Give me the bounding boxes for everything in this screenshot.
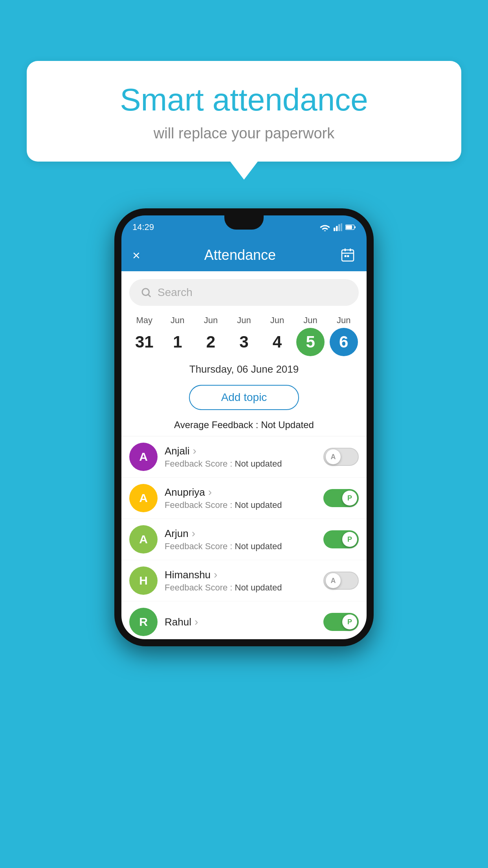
- student-feedback: Feedback Score : Not updated: [165, 500, 316, 510]
- student-avatar: H: [129, 566, 158, 595]
- student-avatar: A: [129, 484, 158, 512]
- bubble-title: Smart attendance: [50, 83, 438, 117]
- wifi-icon: [319, 223, 330, 231]
- student-item-0[interactable]: AAnjaliFeedback Score : Not updatedA: [121, 436, 367, 478]
- svg-line-14: [149, 295, 151, 297]
- bubble-subtitle: will replace your paperwork: [50, 125, 438, 142]
- page-title: Attendance: [204, 247, 276, 263]
- student-list: AAnjaliFeedback Score : Not updatedAAAnu…: [121, 436, 367, 601]
- search-bar[interactable]: Search: [129, 279, 359, 306]
- student-feedback: Feedback Score : Not updated: [165, 583, 316, 593]
- svg-rect-11: [345, 255, 347, 257]
- student-avatar: A: [129, 525, 158, 554]
- attendance-toggle[interactable]: P: [323, 489, 359, 507]
- attendance-toggle[interactable]: A: [323, 572, 359, 590]
- date-col-6[interactable]: Jun6: [328, 315, 360, 356]
- student-item-3[interactable]: HHimanshuFeedback Score : Not updatedA: [121, 560, 367, 601]
- attendance-toggle[interactable]: A: [323, 448, 359, 466]
- student-name[interactable]: Arjun: [165, 527, 316, 540]
- selected-date-info: Thursday, 06 June 2019: [121, 356, 367, 379]
- calendar-icon[interactable]: [340, 247, 356, 263]
- svg-rect-3: [341, 223, 342, 231]
- svg-rect-2: [338, 224, 340, 231]
- date-col-0[interactable]: May31: [128, 315, 160, 356]
- svg-rect-6: [354, 226, 356, 228]
- app-content: Search May31Jun1Jun2Jun3Jun4Jun5Jun6 Thu…: [121, 271, 367, 639]
- battery-icon: [345, 224, 356, 230]
- svg-rect-1: [336, 226, 338, 231]
- attendance-toggle[interactable]: P: [323, 530, 359, 548]
- svg-rect-5: [346, 225, 352, 229]
- app-header: × Attendance: [121, 239, 367, 271]
- partial-attendance-toggle[interactable]: P: [323, 613, 359, 631]
- date-col-3[interactable]: Jun3: [228, 315, 260, 356]
- svg-rect-12: [347, 255, 349, 257]
- date-selector: May31Jun1Jun2Jun3Jun4Jun5Jun6: [121, 310, 367, 356]
- student-item-1[interactable]: AAnupriyaFeedback Score : Not updatedP: [121, 478, 367, 519]
- signal-icon: [334, 223, 342, 231]
- date-col-2[interactable]: Jun2: [195, 315, 226, 356]
- date-col-4[interactable]: Jun4: [262, 315, 293, 356]
- student-name[interactable]: Himanshu: [165, 568, 316, 581]
- partial-student-name[interactable]: Rahul: [165, 616, 316, 628]
- phone-outer: 14:29: [114, 208, 374, 646]
- speech-bubble: Smart attendance will replace your paper…: [27, 61, 461, 162]
- student-feedback: Feedback Score : Not updated: [165, 541, 316, 552]
- student-avatar: A: [129, 443, 158, 471]
- student-name[interactable]: Anupriya: [165, 486, 316, 498]
- partial-student-avatar: R: [129, 608, 158, 636]
- svg-rect-0: [334, 228, 335, 231]
- status-icons: [319, 223, 356, 231]
- close-button[interactable]: ×: [132, 248, 140, 263]
- avg-feedback: Average Feedback : Not Updated: [121, 419, 367, 436]
- partial-student-item: RRahulP: [121, 601, 367, 639]
- search-input[interactable]: Search: [158, 286, 193, 299]
- date-col-5[interactable]: Jun5: [295, 315, 326, 356]
- student-item-2[interactable]: AArjunFeedback Score : Not updatedP: [121, 519, 367, 560]
- phone-wrapper: 14:29: [114, 208, 374, 646]
- svg-point-13: [142, 289, 149, 296]
- add-topic-button[interactable]: Add topic: [189, 385, 299, 410]
- date-col-1[interactable]: Jun1: [162, 315, 193, 356]
- status-time: 14:29: [132, 222, 154, 232]
- student-name[interactable]: Anjali: [165, 445, 316, 457]
- student-feedback: Feedback Score : Not updated: [165, 459, 316, 469]
- status-bar: 14:29: [121, 215, 367, 239]
- search-icon: [140, 287, 152, 298]
